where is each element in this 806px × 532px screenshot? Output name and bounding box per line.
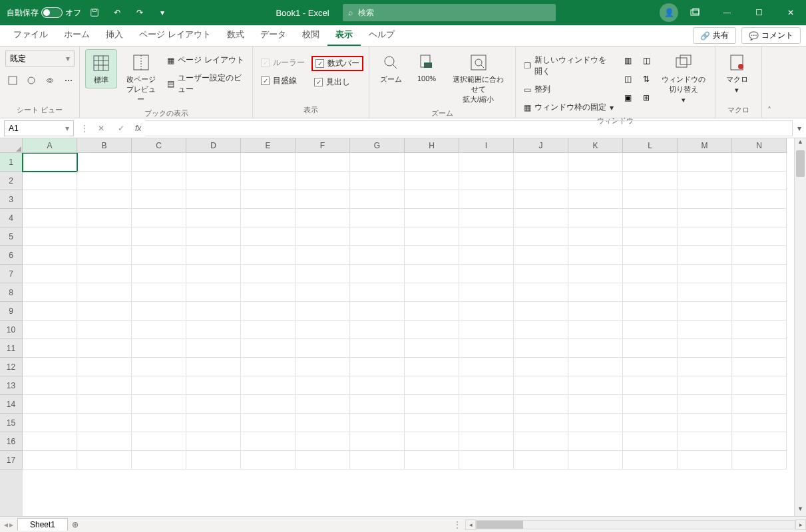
cell[interactable]: [77, 395, 132, 414]
cell[interactable]: [623, 302, 678, 321]
row-header[interactable]: 13: [0, 376, 23, 395]
cell[interactable]: [241, 321, 296, 339]
column-header[interactable]: H: [405, 138, 459, 152]
cell[interactable]: [241, 302, 296, 321]
cell[interactable]: [514, 190, 568, 209]
cell[interactable]: [568, 321, 623, 339]
sheet-tab-sheet1[interactable]: Sheet1: [17, 518, 68, 531]
cell[interactable]: [459, 432, 514, 451]
cell[interactable]: [350, 339, 405, 358]
cell[interactable]: [132, 190, 186, 209]
cell[interactable]: [350, 265, 405, 283]
cell[interactable]: [459, 451, 514, 469]
cell[interactable]: [732, 190, 787, 209]
cell[interactable]: [132, 395, 186, 414]
row-header[interactable]: 5: [0, 227, 23, 246]
name-box-resize[interactable]: ⋮: [78, 124, 91, 133]
cell[interactable]: [623, 283, 678, 302]
cell[interactable]: [77, 358, 132, 376]
share-button[interactable]: 🔗共有: [693, 27, 736, 44]
cell[interactable]: [186, 339, 241, 358]
cell[interactable]: [350, 209, 405, 227]
cell[interactable]: [186, 265, 241, 283]
scrollbar-thumb[interactable]: [477, 521, 523, 529]
cell[interactable]: [568, 358, 623, 376]
cell[interactable]: [23, 395, 77, 414]
switch-windows-button[interactable]: ウィンドウの 切り替え ▾: [658, 49, 709, 107]
row-header[interactable]: 16: [0, 432, 23, 451]
sheet-view-exit[interactable]: [24, 73, 39, 88]
cell[interactable]: [732, 265, 787, 283]
hscroll-left[interactable]: ◂: [465, 519, 476, 530]
row-header[interactable]: 4: [0, 209, 23, 227]
column-header[interactable]: D: [186, 138, 241, 152]
cell[interactable]: [405, 190, 459, 209]
cell[interactable]: [186, 227, 241, 246]
row-header[interactable]: 6: [0, 246, 23, 265]
arrange-all-button[interactable]: ▭整列: [521, 82, 616, 96]
cell[interactable]: [678, 376, 732, 395]
cell[interactable]: [459, 153, 514, 172]
sheet-view-options[interactable]: ⋯: [61, 73, 76, 88]
cell[interactable]: [732, 339, 787, 358]
cell[interactable]: [350, 302, 405, 321]
cell[interactable]: [241, 209, 296, 227]
cell[interactable]: [623, 339, 678, 358]
cell[interactable]: [241, 283, 296, 302]
macros-button[interactable]: マクロ ▾: [721, 49, 753, 97]
column-header[interactable]: K: [568, 138, 623, 152]
cell[interactable]: [23, 451, 77, 469]
cell[interactable]: [514, 209, 568, 227]
cell[interactable]: [77, 209, 132, 227]
cell[interactable]: [678, 358, 732, 376]
cell[interactable]: [296, 321, 350, 339]
cell[interactable]: [296, 209, 350, 227]
reset-position-button[interactable]: ⊞: [639, 90, 654, 105]
cell[interactable]: [732, 172, 787, 190]
cell[interactable]: [23, 302, 77, 321]
scrollbar-thumb[interactable]: [796, 150, 805, 177]
cell[interactable]: [296, 153, 350, 172]
cell[interactable]: [678, 227, 732, 246]
column-header[interactable]: F: [296, 138, 350, 152]
tab-scroll-left[interactable]: ◂: [4, 520, 8, 529]
freeze-panes-button[interactable]: ▦ウィンドウ枠の固定 ▾: [521, 100, 616, 114]
gridlines-checkbox[interactable]: 目盛線: [258, 74, 307, 88]
search-box[interactable]: ⌕ 検索: [343, 4, 556, 21]
cell[interactable]: [568, 395, 623, 414]
cell[interactable]: [459, 376, 514, 395]
tab-file[interactable]: ファイル: [5, 25, 56, 46]
cell[interactable]: [186, 190, 241, 209]
cell[interactable]: [514, 265, 568, 283]
cell[interactable]: [732, 302, 787, 321]
cell[interactable]: [296, 414, 350, 432]
cell[interactable]: [623, 432, 678, 451]
cell[interactable]: [568, 190, 623, 209]
cell[interactable]: [623, 321, 678, 339]
cell[interactable]: [296, 283, 350, 302]
column-header[interactable]: E: [241, 138, 296, 152]
cell[interactable]: [459, 265, 514, 283]
tab-help[interactable]: ヘルプ: [361, 25, 403, 46]
cell[interactable]: [23, 190, 77, 209]
cell[interactable]: [132, 414, 186, 432]
cell[interactable]: [568, 451, 623, 469]
cell[interactable]: [514, 321, 568, 339]
cell[interactable]: [23, 209, 77, 227]
cell[interactable]: [350, 283, 405, 302]
cell[interactable]: [77, 227, 132, 246]
column-header[interactable]: L: [623, 138, 678, 152]
cell[interactable]: [405, 321, 459, 339]
cell[interactable]: [405, 432, 459, 451]
cell[interactable]: [23, 358, 77, 376]
cell[interactable]: [132, 376, 186, 395]
cell[interactable]: [405, 414, 459, 432]
cell[interactable]: [459, 246, 514, 265]
cell[interactable]: [732, 246, 787, 265]
cell[interactable]: [514, 451, 568, 469]
cell[interactable]: [241, 246, 296, 265]
tab-page-layout[interactable]: ページ レイアウト: [131, 25, 219, 46]
expand-formula-bar-button[interactable]: ▾: [793, 124, 806, 133]
cell[interactable]: [678, 321, 732, 339]
cell[interactable]: [732, 227, 787, 246]
